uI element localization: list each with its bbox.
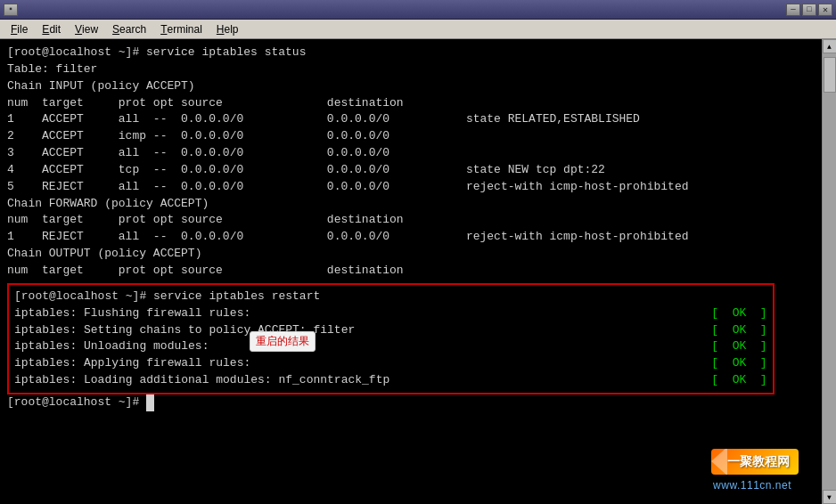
terminal-line: 3 ACCEPT all -- 0.0.0.0/0 0.0.0.0/0 [7,145,815,162]
minimize-button[interactable]: ─ [786,4,800,16]
menu-help[interactable]: Help [209,20,246,38]
boxed-terminal-line: [root@localhost ~]# service iptables res… [14,289,767,305]
terminal-line: 4 ACCEPT tcp -- 0.0.0.0/0 0.0.0.0/0 stat… [7,162,815,179]
terminal-line: 1 ACCEPT all -- 0.0.0.0/0 0.0.0.0/0 stat… [7,111,815,128]
terminal-line: num target prot opt source destination [7,95,815,112]
scroll-up-arrow[interactable]: ▲ [823,39,837,53]
watermark-logo: 一聚教程网 [711,449,799,474]
terminal-line: 2 ACCEPT icmp -- 0.0.0.0/0 0.0.0.0/0 [7,128,815,145]
boxed-terminal-line: iptables: Loading additional modules: nf… [14,372,767,389]
terminal-output: [root@localhost ~]# service iptables sta… [0,39,822,504]
boxed-terminal-line: iptables: Applying firewall rules:[ OK ] [14,355,767,372]
terminal-line: num target prot opt source destination [7,212,815,229]
terminal-line: [root@localhost ~]# service iptables sta… [7,45,815,61]
menu-search[interactable]: Search [105,20,153,38]
title-bar: ▪ ─ □ ✕ [0,0,836,20]
window-icon: ▪ [4,4,18,16]
scroll-track[interactable] [823,53,836,490]
terminal-line: 1 REJECT all -- 0.0.0.0/0 0.0.0.0/0 reje… [7,229,815,246]
watermark-url: www.111cn.net [706,476,799,495]
terminal-prompt: [root@localhost ~]# [7,394,815,411]
boxed-terminal-line: iptables: Flushing firewall rules:[ OK ] [14,305,767,322]
terminal-line: Chain OUTPUT (policy ACCEPT) [7,246,815,263]
terminal-line: Table: filter [7,61,815,78]
menu-bar: File Edit View Search Terminal Help [0,20,836,39]
boxed-terminal-line: iptables: Unloading modules:[ OK ] [14,338,767,355]
scrollbar[interactable]: ▲ ▼ [822,39,836,504]
maximize-button[interactable]: □ [802,4,816,16]
menu-terminal[interactable]: Terminal [153,20,209,38]
boxed-terminal-line: iptables: Setting chains to policy ACCEP… [14,322,767,339]
scroll-down-arrow[interactable]: ▼ [823,490,837,504]
close-button[interactable]: ✕ [818,4,832,16]
restart-output-box: [root@localhost ~]# service iptables res… [7,283,775,394]
menu-edit[interactable]: Edit [35,20,68,38]
watermark: 一聚教程网www.111cn.net [706,449,799,495]
annotation-label: 重启的结果 [250,331,316,352]
scroll-thumb[interactable] [824,57,836,93]
terminal-line: 5 REJECT all -- 0.0.0.0/0 0.0.0.0/0 reje… [7,179,815,196]
terminal-line: Chain FORWARD (policy ACCEPT) [7,196,815,213]
menu-file[interactable]: File [4,20,35,38]
terminal-line: Chain INPUT (policy ACCEPT) [7,78,815,95]
menu-view[interactable]: View [68,20,105,38]
terminal-line: num target prot opt source destination [7,263,815,280]
